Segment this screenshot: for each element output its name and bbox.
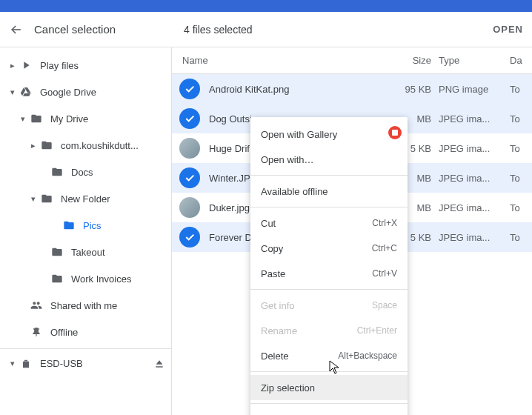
file-date: To xyxy=(510,113,532,124)
sidebar-item-label: Shared with me xyxy=(50,300,117,311)
menu-item-paste[interactable]: PasteCtrl+V xyxy=(250,261,408,286)
checkmark-icon xyxy=(179,108,200,129)
header: Cancel selection 4 files selected OPEN xyxy=(0,12,532,47)
menu-item-label: Copy xyxy=(261,243,283,254)
folder-icon xyxy=(30,112,43,125)
menu-item-copy[interactable]: CopyCtrl+C xyxy=(250,236,408,261)
menu-item-rename: RenameCtrl+Enter xyxy=(250,318,408,343)
file-date: To xyxy=(510,173,532,184)
checkmark-icon xyxy=(179,79,200,99)
back-arrow-icon[interactable] xyxy=(9,22,24,37)
sidebar-item-label: Docs xyxy=(71,167,93,178)
menu-separator xyxy=(250,289,408,290)
file-type: JPEG ima... xyxy=(439,232,510,243)
sidebar-item-play-files[interactable]: ▸ Play files xyxy=(0,52,171,79)
menu-item-label: Get info xyxy=(261,300,295,311)
window-titlebar xyxy=(0,0,532,12)
selection-count-label: 4 files selected xyxy=(184,24,253,36)
chevron-down-icon: ▾ xyxy=(27,194,40,204)
file-date: To xyxy=(510,84,532,95)
menu-item-open-with-[interactable]: Open with… xyxy=(250,147,408,172)
file-type: JPEG ima... xyxy=(439,143,510,154)
sidebar-item-takeout[interactable]: Takeout xyxy=(0,239,171,265)
google-drive-icon xyxy=(19,85,33,99)
menu-item-shortcut: Alt+Backspace xyxy=(338,351,397,361)
file-date: To xyxy=(510,232,532,243)
chevron-right-icon: ▸ xyxy=(6,61,19,70)
sidebar-item-label: Work Invoices xyxy=(71,273,131,285)
file-thumbnail xyxy=(179,138,200,159)
column-type[interactable]: Type xyxy=(439,55,510,66)
sidebar-item-my-drive[interactable]: ▾ My Drive xyxy=(0,105,171,132)
sidebar-item-docs[interactable]: Docs xyxy=(0,159,171,185)
folder-icon xyxy=(50,245,64,259)
sidebar-item-label: Offline xyxy=(50,327,78,338)
sidebar-item-shared[interactable]: Shared with me xyxy=(0,292,171,319)
menu-item-new-folder[interactable]: New folderCtrl+E xyxy=(250,407,408,415)
sidebar-item-label: Google Drive xyxy=(40,87,96,98)
menu-item-label: Available offline xyxy=(261,186,328,197)
sidebar-item-google-drive[interactable]: ▾ Google Drive xyxy=(0,79,171,105)
menu-item-available-offline[interactable]: Available offline xyxy=(250,179,408,204)
chevron-down-icon: ▾ xyxy=(16,114,30,124)
folder-icon xyxy=(50,272,64,285)
folder-icon xyxy=(40,192,53,205)
sidebar-item-label: New Folder xyxy=(61,193,110,205)
menu-item-shortcut: Ctrl+X xyxy=(372,218,397,228)
menu-item-shortcut: Ctrl+C xyxy=(372,243,397,253)
sidebar-item-offline[interactable]: Offline xyxy=(0,319,171,345)
file-date: To xyxy=(510,143,532,154)
checkmark-icon xyxy=(179,227,200,248)
sidebar-item-new-folder[interactable]: ▾ New Folder xyxy=(0,185,171,212)
menu-item-label: Open with… xyxy=(261,154,314,165)
pin-icon xyxy=(30,325,43,339)
file-date: To xyxy=(510,202,532,213)
menu-item-label: Open with Gallery xyxy=(261,129,337,140)
menu-separator xyxy=(250,207,408,208)
usb-icon xyxy=(19,357,33,371)
menu-item-get-info: Get infoSpace xyxy=(250,293,408,318)
sidebar-item-esd-usb[interactable]: ▾ ESD-USB xyxy=(0,348,171,378)
people-icon xyxy=(30,299,43,312)
mouse-cursor-icon xyxy=(329,360,341,375)
sidebar-item-com-koushik[interactable]: ▸ com.koushikdutt... xyxy=(0,132,171,159)
menu-item-label: Paste xyxy=(261,268,285,279)
play-icon xyxy=(19,59,33,72)
file-name: Android KitKat.png xyxy=(209,84,387,95)
file-size: 95 KB xyxy=(387,84,439,95)
column-header-row: Name Size Type Da xyxy=(172,47,532,74)
file-type: JPEG ima... xyxy=(439,202,510,213)
folder-icon xyxy=(50,165,64,179)
menu-item-open-with-gallery[interactable]: Open with Gallery xyxy=(250,122,408,147)
file-row[interactable]: Android KitKat.png95 KBPNG imageTo xyxy=(172,74,532,104)
menu-item-shortcut: Space xyxy=(372,300,397,311)
file-thumbnail xyxy=(179,197,200,218)
sidebar-item-work-invoices[interactable]: Work Invoices xyxy=(0,265,171,292)
column-size[interactable]: Size xyxy=(387,55,439,66)
menu-separator xyxy=(250,175,408,176)
menu-item-label: Zip selection xyxy=(261,382,315,394)
eject-icon[interactable] xyxy=(153,358,165,370)
menu-separator xyxy=(250,403,408,404)
file-type: JPEG ima... xyxy=(439,173,510,184)
sidebar-item-pics[interactable]: Pics xyxy=(0,212,171,239)
menu-item-zip-selection[interactable]: Zip selection xyxy=(250,375,408,400)
sidebar: ▸ Play files ▾ Google Drive ▾ My Drive ▸… xyxy=(0,47,172,415)
column-date[interactable]: Da xyxy=(510,55,532,66)
menu-item-cut[interactable]: CutCtrl+X xyxy=(250,210,408,236)
column-name[interactable]: Name xyxy=(182,55,387,66)
chevron-right-icon: ▸ xyxy=(27,141,40,150)
sidebar-item-label: My Drive xyxy=(50,113,88,124)
menu-item-label: Cut xyxy=(261,218,276,229)
sidebar-item-label: ESD-USB xyxy=(40,358,83,369)
chevron-down-icon: ▾ xyxy=(6,359,19,368)
folder-icon xyxy=(62,219,76,232)
menu-item-shortcut: Ctrl+Enter xyxy=(357,325,397,336)
open-button[interactable]: OPEN xyxy=(493,24,523,35)
cancel-selection-button[interactable]: Cancel selection xyxy=(34,23,116,36)
checkmark-icon xyxy=(179,167,200,188)
sidebar-item-label: Play files xyxy=(40,60,79,71)
file-type: JPEG ima... xyxy=(439,113,510,124)
menu-item-label: Delete xyxy=(261,351,289,362)
chevron-down-icon: ▾ xyxy=(6,87,19,97)
